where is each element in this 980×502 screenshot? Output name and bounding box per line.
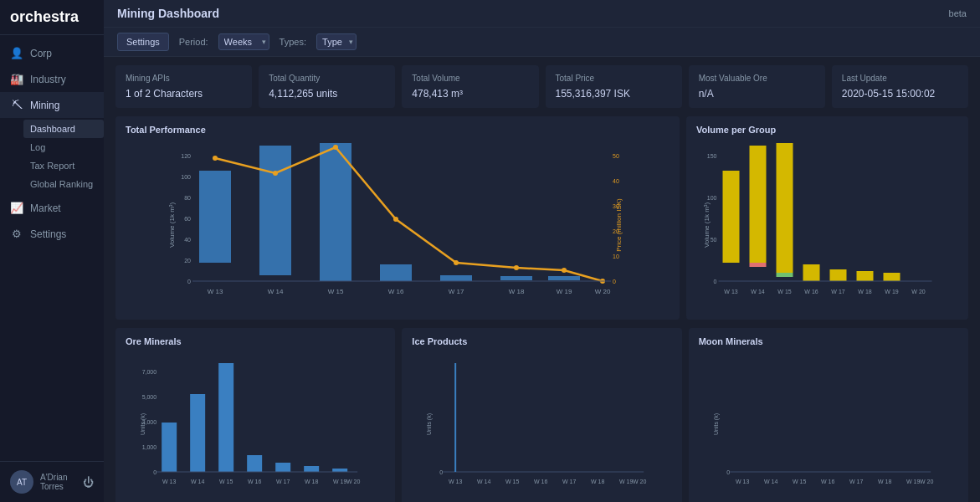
svg-text:W 16: W 16 — [804, 289, 818, 295]
types-label: Types: — [280, 37, 306, 47]
svg-text:W 18: W 18 — [878, 479, 891, 484]
svg-text:W 15: W 15 — [219, 479, 233, 484]
svg-point-16 — [562, 268, 567, 273]
svg-text:40: 40 — [184, 237, 191, 243]
stat-total-quantity: Total Quantity 4,112,265 units — [259, 65, 395, 108]
stat-mining-apis: Mining APIs 1 of 2 Characters — [115, 65, 252, 108]
svg-point-14 — [454, 260, 459, 265]
svg-text:W 19: W 19 — [885, 289, 898, 295]
svg-text:100: 100 — [181, 174, 191, 180]
svg-rect-48 — [857, 271, 874, 281]
svg-text:7,000: 7,000 — [142, 369, 157, 375]
stat-total-price: Total Price 155,316,397 ISK — [546, 65, 682, 108]
stat-label: Mining APIs — [126, 74, 242, 83]
avatar: AT — [10, 470, 33, 494]
svg-text:50: 50 — [711, 237, 717, 243]
sidebar-item-mining[interactable]: ⛏ Mining — [0, 92, 104, 118]
svg-rect-43 — [750, 263, 767, 267]
moon-minerals-chart: Moon Minerals Units (k) W 13 W 14 W 15 W… — [689, 328, 968, 502]
svg-rect-46 — [803, 264, 820, 281]
svg-text:W 18: W 18 — [858, 289, 871, 295]
chart-title: Volume per Group — [696, 125, 958, 135]
svg-rect-41 — [723, 171, 740, 263]
svg-rect-66 — [190, 394, 205, 472]
ore-minerals-svg: Units (k) — [126, 353, 385, 495]
svg-text:20: 20 — [184, 258, 191, 264]
svg-text:W 19: W 19 — [906, 479, 920, 484]
svg-text:W 17: W 17 — [562, 479, 576, 484]
dashboard-body: Mining APIs 1 of 2 Characters Total Quan… — [104, 57, 980, 502]
svg-rect-8 — [548, 276, 580, 280]
power-icon[interactable]: ⏻ — [83, 476, 94, 489]
svg-text:0: 0 — [714, 279, 717, 284]
svg-text:W 14: W 14 — [751, 289, 764, 295]
svg-text:W 14: W 14 — [764, 479, 777, 484]
chart-title: Ore Minerals — [126, 336, 385, 346]
page-title: Mining Dashboard — [117, 7, 219, 20]
svg-point-11 — [273, 171, 278, 176]
chart-area: Volume (1k m³) — [696, 141, 958, 311]
svg-text:Units (k): Units (k) — [426, 413, 433, 435]
sidebar-item-market[interactable]: 📈 Market — [0, 195, 104, 221]
chart-area: Units (k) W 13 W 14 W 15 W 16 W 17 W 18 … — [412, 353, 671, 498]
sidebar-item-settings[interactable]: ⚙ Settings — [0, 221, 104, 247]
stat-value: 2020-05-15 15:00:02 — [842, 88, 958, 100]
svg-text:W 13: W 13 — [208, 288, 223, 295]
charts-row2: Ore Minerals Units (k) — [115, 328, 968, 502]
svg-text:W 15: W 15 — [505, 479, 519, 484]
stat-label: Total Price — [556, 74, 672, 83]
svg-text:W 20: W 20 — [911, 289, 925, 295]
svg-text:W 16: W 16 — [388, 288, 404, 295]
chart-title: Total Performance — [126, 125, 670, 135]
svg-text:10: 10 — [613, 254, 619, 259]
settings-button[interactable]: Settings — [117, 33, 169, 51]
main-content: Mining Dashboard beta Settings Period: W… — [104, 0, 980, 502]
stat-value: 4,112,265 units — [269, 88, 385, 100]
sidebar-footer: AT A'Drian Torres ⏻ — [0, 461, 104, 502]
svg-rect-69 — [275, 463, 290, 472]
sidebar-item-industry[interactable]: 🏭 Industry — [0, 66, 104, 92]
moon-minerals-svg: Units (k) W 13 W 14 W 15 W 16 W 17 W 18 … — [699, 353, 958, 495]
settings-gear-icon: ⚙ — [10, 228, 23, 240]
types-select[interactable]: Type — [316, 33, 357, 50]
svg-text:0: 0 — [153, 469, 156, 475]
chart-area: Units (k) — [126, 353, 385, 498]
mining-submenu: Dashboard Log Tax Report Global Ranking — [0, 118, 104, 195]
sidebar-item-log[interactable]: Log — [23, 138, 104, 156]
sidebar-item-dashboard[interactable]: Dashboard — [23, 120, 104, 138]
period-select[interactable]: Weeks Months — [218, 33, 269, 50]
svg-text:W 15: W 15 — [328, 288, 344, 295]
sidebar-item-label: Settings — [30, 228, 66, 240]
svg-rect-44 — [777, 143, 793, 273]
svg-text:W 17: W 17 — [449, 288, 464, 295]
ice-products-svg: Units (k) W 13 W 14 W 15 W 16 W 17 W 18 … — [412, 353, 671, 495]
svg-text:100: 100 — [707, 195, 717, 201]
svg-point-10 — [213, 156, 218, 161]
svg-text:W 20: W 20 — [346, 479, 360, 484]
svg-rect-5 — [380, 264, 412, 281]
sidebar-item-global-ranking[interactable]: Global Ranking — [23, 175, 104, 193]
svg-text:W 19: W 19 — [333, 479, 346, 484]
svg-rect-42 — [750, 146, 767, 263]
stats-row: Mining APIs 1 of 2 Characters Total Quan… — [115, 65, 968, 108]
svg-text:0: 0 — [440, 469, 444, 475]
svg-rect-47 — [830, 269, 847, 281]
beta-badge: beta — [949, 8, 967, 18]
sidebar-item-tax-report[interactable]: Tax Report — [23, 156, 104, 175]
svg-rect-3 — [259, 146, 291, 275]
stat-label: Total Volume — [412, 74, 528, 83]
svg-text:40: 40 — [613, 178, 619, 184]
svg-text:W 14: W 14 — [268, 288, 284, 295]
sidebar-item-label: Corp — [30, 48, 52, 59]
svg-text:5,000: 5,000 — [142, 394, 157, 400]
svg-text:W 19: W 19 — [619, 479, 633, 484]
stat-label: Last Update — [842, 74, 958, 83]
total-performance-svg: Volume (1k m³) Price (million ISK) — [126, 141, 670, 309]
username-label: A'Drian Torres — [40, 473, 76, 491]
topbar: Mining Dashboard beta — [104, 0, 980, 28]
stat-total-volume: Total Volume 478,413 m³ — [402, 65, 538, 108]
chart-title: Ice Products — [412, 336, 671, 346]
svg-text:W 13: W 13 — [449, 479, 462, 484]
svg-text:W 15: W 15 — [793, 479, 806, 484]
sidebar-item-corp[interactable]: 👤 Corp — [0, 40, 104, 66]
